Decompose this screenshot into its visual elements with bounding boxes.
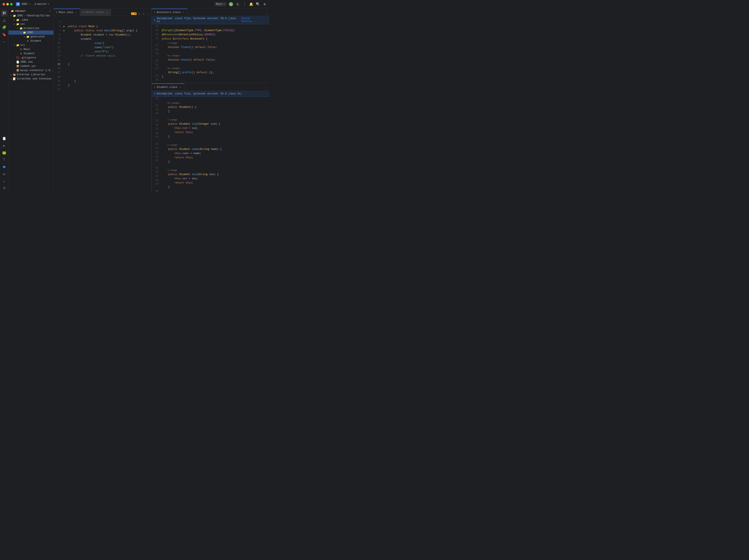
project-selector[interactable]: JB JDBC ▾: [16, 2, 30, 6]
chevron-down-icon: ▾: [48, 3, 49, 5]
branch-name: master: [37, 2, 47, 6]
svg-rect-4: [3, 14, 4, 15]
minimize-button[interactable]: [6, 3, 9, 5]
grid-icon[interactable]: ⊞: [1, 171, 7, 177]
choose-sources-link[interactable]: Choose Sources...: [241, 17, 267, 23]
settings-icon[interactable]: ⚙: [262, 2, 267, 6]
tree-item-label: .idea: [20, 19, 28, 21]
student-class-content[interactable]: no usages public Student() { } 1 usage p…: [160, 97, 269, 194]
more-options-icon[interactable]: ⋮: [242, 2, 247, 6]
titlebar-right: Main ▾ ▶ 🐛 ⋮ 🔔 🔍 ⚙: [214, 2, 267, 6]
svg-rect-0: [3, 12, 4, 13]
terminal-icon[interactable]: T: [1, 157, 7, 163]
tab-bar-actions: ⚠ 4 ∧ ∨ ⋮: [130, 12, 151, 16]
sidebar-item-external-libs[interactable]: ▸ 📚 External Libraries: [8, 72, 53, 77]
sidebar-tree: ▾ 📁 JDBC ~/Desktop/CS/Jav ▸ 📁 .idea ▾ 📁 …: [8, 14, 53, 194]
close-tab-icon[interactable]: ✕: [74, 11, 77, 14]
sidebar-item-jdbc-iml[interactable]: 📄 JDBC.iml: [8, 60, 53, 64]
plugins-icon[interactable]: 🧩: [1, 24, 7, 31]
close-tab-icon[interactable]: ✕: [182, 11, 185, 14]
branch-selector[interactable]: ⎇ master ▾: [34, 2, 49, 6]
tree-item-label: Student: [24, 52, 35, 55]
spacer: [13, 60, 16, 64]
more-icon[interactable]: ⋮: [264, 12, 269, 16]
expand-icon[interactable]: ∨: [142, 12, 146, 16]
sidebar-item-jdbc-dir[interactable]: ▾ 📁 JDBC: [8, 30, 53, 35]
spacer: [16, 48, 19, 51]
accessors-content[interactable]: @Target({ElementType.TYPE, ElementType.F…: [160, 24, 269, 83]
sidebar-header[interactable]: 📁 Project ▾: [8, 8, 53, 14]
folder-icon: 📁: [23, 31, 26, 34]
more-icon[interactable]: ⋮: [146, 12, 150, 16]
search-icon[interactable]: 🔍: [256, 2, 260, 6]
notifications-icon[interactable]: 🔔: [249, 2, 253, 6]
database-icon[interactable]: [1, 164, 7, 170]
student-class-pane: C Student.class ✕ ⋮ ℹ Decompiled .class …: [152, 83, 269, 194]
sidebar-item-jdbc-root[interactable]: ▾ 📁 JDBC ~/Desktop/CS/Jav: [8, 14, 53, 18]
folder-icon: 📁: [13, 14, 16, 18]
tab-label: Getter.class: [85, 11, 104, 14]
info-text: Decompiled .class file, bytecode version…: [157, 17, 240, 23]
close-tab-icon[interactable]: ✕: [179, 86, 181, 89]
sidebar-item-out[interactable]: ▾ 📁 out: [8, 22, 53, 26]
accessors-pane: C Accessors.class ✕ ⋮ ℹ Decompiled .clas…: [152, 8, 269, 83]
close-button[interactable]: [2, 3, 5, 5]
tab-label: Student.class: [157, 86, 177, 89]
project-name: JDBC: [21, 2, 27, 6]
run-icon[interactable]: ▶: [1, 142, 7, 149]
accessors-scroll[interactable]: 13 14 15 16. 17 18 19. 20 21 22.: [152, 24, 269, 83]
sidebar-item-lombok-jar[interactable]: 📦 lombok.jar: [8, 64, 53, 68]
sidebar-title: Project: [15, 10, 26, 13]
structure-icon[interactable]: [1, 185, 7, 192]
sidebar-item-student-class[interactable]: C Student: [8, 39, 53, 43]
more-icon[interactable]: ⋮: [264, 86, 269, 91]
tree-item-label: Main: [24, 48, 30, 51]
jar-icon: 📦: [16, 65, 19, 68]
tab-accessors[interactable]: C Accessors.class ✕: [152, 8, 188, 16]
svg-point-6: [3, 21, 4, 22]
debug-button[interactable]: 🐛: [236, 2, 240, 6]
sidebar-item-src[interactable]: ▾ 📁 src: [8, 43, 53, 47]
project-tree-icon[interactable]: [1, 10, 7, 16]
sidebar-item-scratches[interactable]: ▸ 📝 Scratches and Consoles: [8, 77, 53, 81]
accessors-tabbar: C Accessors.class ✕ ⋮: [152, 8, 269, 16]
run-console-icon[interactable]: 📋: [1, 135, 7, 142]
project-icon: JB: [16, 2, 20, 6]
sidebar-item-mysql[interactable]: 📦 mysql-connector-j-8..: [8, 68, 53, 72]
main-java-content[interactable]: public class Main { public static void m…: [66, 16, 151, 194]
chevron-down-icon: ▾: [49, 10, 51, 13]
sidebar-item-idea[interactable]: ▸ 📁 .idea: [8, 18, 53, 22]
run-config-selector[interactable]: Main ▾: [214, 2, 227, 6]
close-tab-icon[interactable]: ✕: [105, 11, 108, 14]
student-class-tabbar: C Student.class ✕ ⋮: [152, 83, 269, 91]
tab-main-java[interactable]: C Main.java ✕: [53, 8, 80, 16]
run-button[interactable]: ▶: [229, 2, 233, 6]
tree-item-label: External Libraries: [17, 73, 45, 76]
file-icon: 📄: [16, 60, 19, 64]
sidebar-item-student-src[interactable]: C Student: [8, 51, 53, 56]
java-file-icon: C: [56, 11, 58, 14]
sidebar-item-production[interactable]: ▾ 📁 production: [8, 26, 53, 30]
git-icon[interactable]: [1, 17, 7, 24]
titlebar: JB JDBC ▾ ⎇ master ▾ Main ▾ ▶ 🐛 ⋮ 🔔 🔍 ⚙: [0, 0, 269, 8]
tab-student-class[interactable]: C Student.class ✕: [152, 84, 184, 91]
tab-bar-actions: ⋮: [263, 86, 269, 91]
sidebar-item-main[interactable]: C Main: [8, 47, 53, 51]
info-icon: ℹ: [154, 18, 155, 22]
sidebar-item-generated[interactable]: ▸ 📁 generated: [8, 35, 53, 39]
more-tools-icon[interactable]: ⋯: [1, 39, 7, 45]
tab-getter-class[interactable]: C Getter.class ✕: [80, 9, 111, 16]
maximize-button[interactable]: [10, 3, 13, 5]
svg-line-9: [3, 20, 4, 21]
class-icon: C: [26, 39, 29, 43]
collapse-icon[interactable]: ∧: [137, 12, 141, 16]
tree-item-label: mysql-connector-j-8..: [20, 69, 53, 72]
todo-icon[interactable]: ☑: [1, 178, 7, 184]
frog-icon[interactable]: 🐸: [1, 150, 7, 156]
expand-arrow: ▾: [16, 27, 19, 30]
student-class-scroll[interactable]: 11. 12 13 14. 15 16 17 18 19. 20: [152, 97, 269, 194]
sidebar-item-gitignore[interactable]: 🚫 .gitignore: [8, 56, 53, 60]
spacer: [23, 39, 26, 43]
bookmarks-icon[interactable]: 🔖: [1, 31, 7, 38]
main-java-scroll[interactable]: 5 6 7 8 9 10 11 12 13 14 15: [53, 16, 151, 194]
